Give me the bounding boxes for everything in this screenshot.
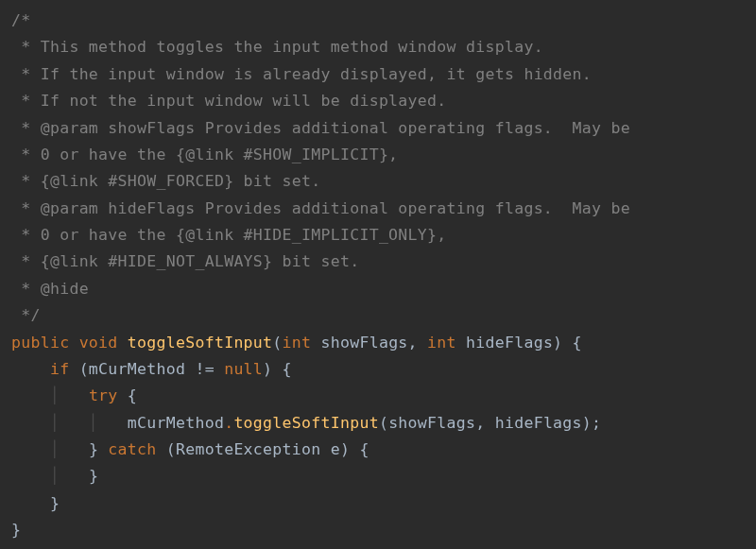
expr: (mCurMethod != bbox=[69, 360, 224, 378]
comment-close: */ bbox=[11, 306, 41, 324]
method-name: toggleSoftInput bbox=[128, 334, 273, 352]
indent-guide: │ bbox=[11, 386, 89, 404]
code-block: /* * This method toggles the input metho… bbox=[11, 8, 745, 544]
comment-line: * {@link #HIDE_NOT_ALWAYS} bit set. bbox=[11, 252, 359, 270]
call-args: (showFlags, hideFlags); bbox=[379, 414, 601, 432]
keyword-int: int bbox=[283, 334, 312, 352]
dot: . bbox=[224, 414, 233, 432]
brace: { bbox=[118, 386, 137, 404]
keyword-int: int bbox=[427, 334, 456, 352]
indent-guide: │ │ bbox=[11, 414, 128, 432]
comment-line: * 0 or have the {@link #SHOW_IMPLICIT}, bbox=[11, 146, 398, 163]
comment-line: * If not the input window will be displa… bbox=[11, 92, 447, 110]
comment-line: * This method toggles the input method w… bbox=[11, 38, 543, 56]
brace: } bbox=[50, 494, 60, 512]
keyword-null: null bbox=[224, 360, 263, 378]
expr: ) { bbox=[263, 360, 292, 378]
param: hideFlags) { bbox=[456, 334, 582, 352]
keyword-try: try bbox=[89, 386, 118, 404]
indent-guide: │ bbox=[11, 467, 89, 485]
brace: } bbox=[89, 440, 108, 458]
keyword-if: if bbox=[50, 360, 69, 378]
param: showFlags, bbox=[311, 334, 427, 352]
indent bbox=[11, 494, 50, 512]
comment-line: * @param showFlags Provides additional o… bbox=[11, 119, 630, 137]
comment-line: * @hide bbox=[11, 280, 89, 298]
paren: ( bbox=[272, 334, 282, 352]
keyword-catch: catch bbox=[108, 440, 156, 458]
keyword-public: public bbox=[11, 334, 69, 352]
catch-params: (RemoteException e) { bbox=[157, 440, 369, 458]
brace: } bbox=[11, 521, 21, 539]
brace: } bbox=[89, 467, 98, 485]
comment-line: * 0 or have the {@link #HIDE_IMPLICIT_ON… bbox=[11, 226, 447, 244]
comment-line: * If the input window is already display… bbox=[11, 65, 592, 83]
indent bbox=[11, 360, 50, 378]
comment-open: /* bbox=[11, 11, 30, 29]
keyword-void: void bbox=[79, 334, 118, 352]
comment-line: * @param hideFlags Provides additional o… bbox=[11, 199, 630, 217]
comment-line: * {@link #SHOW_FORCED} bit set. bbox=[11, 172, 320, 190]
method-call: toggleSoftInput bbox=[233, 414, 379, 432]
call-object: mCurMethod bbox=[128, 414, 224, 432]
indent-guide: │ bbox=[11, 440, 89, 458]
